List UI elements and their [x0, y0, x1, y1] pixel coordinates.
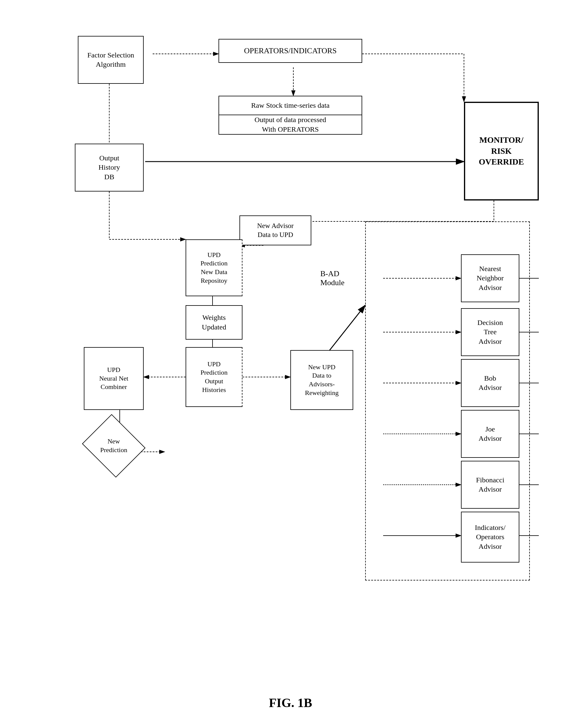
- upd-neural-net-box: UPDNeural NetCombiner: [84, 347, 144, 410]
- raw-stock-box: Raw Stock time-series data: [219, 96, 362, 115]
- fibonacci-advisor-box: FibonacciAdvisor: [461, 461, 519, 509]
- new-upd-data-box: New UPDData toAdvisors-Reweighting: [290, 350, 353, 410]
- nearest-neighbor-box: NearestNeighborAdvisor: [461, 254, 519, 302]
- figure-label: FIG. 1B: [269, 696, 312, 710]
- decision-tree-box: DecisionTreeAdvisor: [461, 308, 519, 356]
- indicators-operators-box: Indicators/OperatorsAdvisor: [461, 512, 519, 563]
- monitor-risk-box: MONITOR/RISKOVERRIDE: [464, 102, 539, 201]
- diagram-container: Factor Selection Algorithm OPERATORS/IND…: [60, 18, 539, 676]
- new-advisor-data-box: New AdvisorData to UPD: [239, 215, 311, 245]
- bob-advisor-box: BobAdvisor: [461, 359, 519, 407]
- upd-prediction-output-box: UPDPredictionOutputHistories: [185, 347, 243, 407]
- upd-prediction-new-box: UPDPredictionNew DataRepositoy: [185, 239, 243, 296]
- joe-advisor-box: JoeAdvisor: [461, 410, 519, 458]
- factor-selection-box: Factor Selection Algorithm: [78, 36, 144, 84]
- output-data-processed-box: Output of data processedWith OPERATORS: [219, 115, 362, 135]
- output-history-db-box: OutputHistoryDB: [75, 144, 144, 191]
- bad-module-label: B-ADModule: [320, 269, 345, 287]
- new-prediction-diamond: NewPrediction: [90, 425, 138, 467]
- weights-updated-box: WeightsUpdated: [185, 305, 243, 340]
- operators-indicators-box: OPERATORS/INDICATORS: [219, 39, 362, 63]
